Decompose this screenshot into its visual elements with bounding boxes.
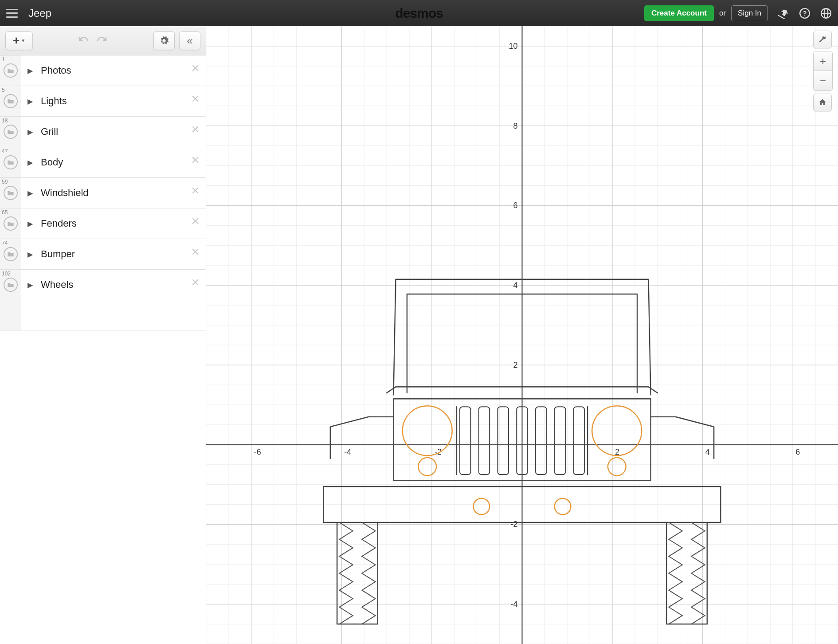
folder-icon[interactable] — [4, 216, 18, 231]
svg-point-100 — [474, 499, 490, 515]
settings-button[interactable] — [153, 31, 175, 50]
svg-text:4: 4 — [513, 281, 517, 290]
folder-icon[interactable] — [4, 186, 18, 200]
folder-icon[interactable] — [4, 247, 18, 261]
empty-expression-row[interactable]: 127 — [0, 300, 206, 331]
app-header: Jeep desmos Create Account or Sign In ? — [0, 0, 838, 26]
expression-sidebar: + ▼ « 1 ▶ Photos × 5 — [0, 26, 206, 644]
folder-row-windshield[interactable]: 59 ▶ Windshield × — [0, 178, 206, 208]
caret-down-icon: ▼ — [21, 38, 25, 43]
folder-label: Bumper — [41, 248, 75, 260]
home-button[interactable] — [813, 94, 832, 111]
close-icon[interactable]: × — [191, 153, 200, 167]
close-icon[interactable]: × — [191, 122, 200, 136]
create-account-button[interactable]: Create Account — [644, 5, 714, 21]
folder-icon[interactable] — [4, 63, 18, 78]
wrench-icon — [818, 35, 827, 44]
folder-row-fenders[interactable]: 65 ▶ Fenders × — [0, 208, 206, 239]
caret-right-icon[interactable]: ▶ — [27, 158, 33, 167]
folder-row-lights[interactable]: 5 ▶ Lights × — [0, 86, 206, 117]
folder-row-wheels[interactable]: 102 ▶ Wheels × — [0, 270, 206, 300]
expression-list: 1 ▶ Photos × 5 ▶ Lights × 18 ▶ Grill × — [0, 55, 206, 644]
caret-right-icon[interactable]: ▶ — [27, 220, 33, 228]
add-expression-button[interactable]: + ▼ — [5, 31, 33, 50]
row-index: 5 — [2, 87, 5, 93]
close-icon[interactable]: × — [191, 275, 200, 289]
language-icon[interactable] — [820, 8, 832, 19]
close-icon[interactable]: × — [191, 91, 200, 106]
document-title: Jeep — [28, 7, 51, 20]
help-icon[interactable]: ? — [799, 8, 811, 19]
caret-right-icon[interactable]: ▶ — [27, 67, 33, 75]
zoom-out-button[interactable]: − — [814, 71, 832, 90]
row-index: 18 — [2, 118, 8, 124]
redo-button[interactable] — [95, 34, 108, 47]
sidebar-toolbar: + ▼ « — [0, 26, 206, 55]
svg-text:-6: -6 — [254, 448, 261, 456]
folder-label: Wheels — [41, 279, 73, 291]
svg-text:4: 4 — [705, 448, 710, 456]
chevron-left-icon: « — [187, 35, 192, 47]
folder-label: Lights — [41, 95, 67, 107]
row-index: 59 — [2, 179, 8, 185]
undo-button[interactable] — [77, 34, 90, 47]
svg-text:10: 10 — [509, 42, 517, 51]
row-index: 1 — [2, 56, 5, 63]
row-gutter — [0, 300, 21, 330]
svg-point-98 — [418, 458, 436, 476]
or-text: or — [719, 9, 726, 18]
folder-icon[interactable] — [4, 155, 18, 169]
row-index: 47 — [2, 148, 8, 154]
row-index: 74 — [2, 240, 8, 246]
plus-icon: + — [13, 34, 20, 47]
svg-text:2: 2 — [513, 361, 517, 369]
folder-label: Fenders — [41, 218, 77, 229]
svg-point-96 — [403, 406, 452, 456]
svg-text:6: 6 — [795, 448, 800, 456]
main-area: + ▼ « 1 ▶ Photos × 5 — [0, 26, 838, 644]
minus-icon: − — [820, 75, 826, 87]
svg-text:-2: -2 — [510, 520, 517, 529]
graph-svg: -6-4-2246108642-2-4 — [206, 26, 838, 644]
close-icon[interactable]: × — [191, 61, 200, 75]
svg-text:-4: -4 — [510, 600, 517, 609]
graph-canvas[interactable]: -6-4-2246108642-2-4 + − — [206, 26, 838, 644]
caret-right-icon[interactable]: ▶ — [27, 189, 33, 197]
row-index: 65 — [2, 209, 8, 216]
wrench-button[interactable] — [813, 31, 832, 48]
folder-label: Photos — [41, 65, 71, 76]
svg-text:8: 8 — [513, 122, 517, 130]
graph-controls: + − — [813, 31, 833, 111]
folder-label: Body — [41, 157, 63, 168]
folder-row-bumper[interactable]: 74 ▶ Bumper × — [0, 239, 206, 270]
close-icon[interactable]: × — [191, 183, 200, 197]
zoom-in-button[interactable]: + — [814, 51, 832, 71]
svg-text:?: ? — [803, 9, 807, 17]
caret-right-icon[interactable]: ▶ — [27, 281, 33, 289]
svg-text:2: 2 — [615, 448, 619, 456]
collapse-sidebar-button[interactable]: « — [179, 31, 200, 50]
svg-point-99 — [608, 458, 626, 476]
brand-logo: desmos — [395, 6, 442, 21]
folder-row-grill[interactable]: 18 ▶ Grill × — [0, 117, 206, 147]
svg-point-101 — [555, 499, 571, 515]
row-index: 102 — [2, 271, 11, 277]
share-icon[interactable] — [778, 8, 789, 19]
close-icon[interactable]: × — [191, 214, 200, 228]
folder-icon[interactable] — [4, 125, 18, 139]
svg-text:6: 6 — [513, 201, 517, 210]
folder-icon[interactable] — [4, 278, 18, 292]
caret-right-icon[interactable]: ▶ — [27, 250, 33, 259]
menu-icon[interactable] — [6, 9, 18, 18]
folder-label: Grill — [41, 126, 58, 137]
gear-icon — [159, 36, 169, 46]
folder-icon[interactable] — [4, 94, 18, 108]
folder-row-body[interactable]: 47 ▶ Body × — [0, 147, 206, 178]
close-icon[interactable]: × — [191, 244, 200, 259]
plus-icon: + — [820, 55, 826, 67]
caret-right-icon[interactable]: ▶ — [27, 97, 33, 106]
sign-in-button[interactable]: Sign In — [731, 5, 768, 21]
caret-right-icon[interactable]: ▶ — [27, 128, 33, 136]
home-icon — [818, 98, 827, 107]
folder-row-photos[interactable]: 1 ▶ Photos × — [0, 55, 206, 86]
